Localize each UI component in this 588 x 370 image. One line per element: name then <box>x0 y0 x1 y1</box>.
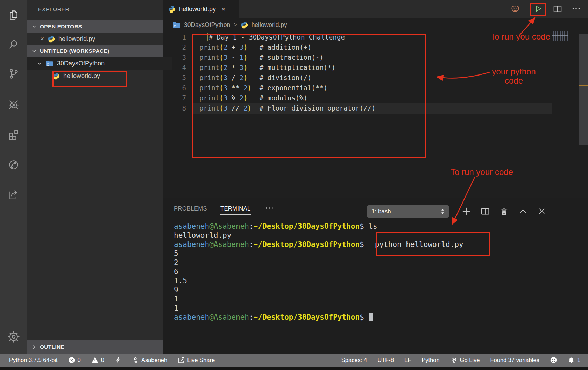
terminal-command: python helloworld.py <box>375 240 463 249</box>
activity-bar <box>0 0 27 354</box>
code-line-3: 3print(3 - 1) # subtraction(-) <box>174 52 375 63</box>
terminal-command: ls <box>364 222 377 230</box>
status-live-share[interactable]: Live Share <box>178 357 215 364</box>
breadcrumb-folder[interactable]: 30DaysOfPython <box>184 21 230 29</box>
share-doc-icon[interactable] <box>7 188 20 201</box>
terminal-output-line: 1 <box>174 304 463 313</box>
line-number: 2 <box>174 42 186 52</box>
editor-tabstrip: helloworld.py × <box>163 0 588 18</box>
sidebar-title: EXPLORER <box>38 6 69 13</box>
status-eol[interactable]: LF <box>404 357 411 363</box>
add-terminal-icon[interactable] <box>461 205 472 217</box>
debug-icon[interactable] <box>7 98 20 111</box>
terminal-output-line: 2 <box>174 258 463 267</box>
annotation-run-top: To run you code <box>490 32 550 41</box>
explorer-sidebar: EXPLORER OPEN EDITORS × helloworld.py UN… <box>27 0 163 354</box>
status-notifications[interactable]: 1 <box>568 357 580 364</box>
folder-item-30daysofpython[interactable]: 30DaysOfPython <box>27 57 172 70</box>
annotation-run-bottom: To run your code <box>451 168 513 177</box>
tab-problems[interactable]: PROBLEMS <box>174 205 207 214</box>
person-icon <box>132 357 139 364</box>
breadcrumb-separator: > <box>234 22 237 28</box>
search-icon[interactable] <box>7 38 20 51</box>
file-item-helloworld[interactable]: helloworld.py <box>27 70 188 82</box>
line-number: 7 <box>174 93 186 103</box>
terminal-prompt-line: asabeneh@Asabeneh:~/Desktop/30DaysOfPyth… <box>174 313 463 322</box>
select-spinner-icon <box>439 208 446 215</box>
status-encoding[interactable]: UTF-8 <box>377 357 394 363</box>
scrollbar-marker <box>579 85 588 86</box>
status-account[interactable]: Asabeneh <box>132 357 167 364</box>
status-python-version[interactable]: Python 3.7.5 64-bit <box>9 357 58 363</box>
split-editor-icon[interactable] <box>552 3 564 15</box>
more-actions-icon[interactable] <box>570 3 582 15</box>
terminal-prompt-line: asabeneh@Asabeneh:~/Desktop/30DaysOfPyth… <box>174 222 463 231</box>
open-editor-item-helloworld[interactable]: × helloworld.py <box>27 33 176 45</box>
panel-actions <box>461 205 547 217</box>
trash-icon[interactable] <box>499 205 509 217</box>
chevron-down-icon <box>37 61 43 66</box>
terminal-output-line: 1.5 <box>174 276 463 285</box>
broadcast-icon <box>450 356 458 364</box>
source-control-icon[interactable] <box>7 67 20 80</box>
status-indentation[interactable]: Spaces: 4 <box>341 357 367 363</box>
chevron-right-icon <box>31 344 37 350</box>
workspace-header[interactable]: UNTITLED (WORKSPACE) <box>27 45 163 57</box>
live-share-icon <box>178 357 185 364</box>
breadcrumb-file[interactable]: helloworld.py <box>252 21 287 29</box>
chevron-down-icon <box>31 48 37 54</box>
terminal-prompt-line: asabeneh@Asabeneh:~/Desktop/30DaysOfPyth… <box>174 240 463 249</box>
bottom-strip <box>0 367 588 370</box>
status-variables-found[interactable]: Found 37 variables <box>490 357 539 363</box>
breadcrumb: 30DaysOfPython > helloworld.py <box>163 18 588 31</box>
bell-icon <box>568 357 575 364</box>
open-editors-header[interactable]: OPEN EDITORS <box>27 20 163 33</box>
python-icon <box>52 72 60 80</box>
editor-scrollbar[interactable] <box>579 34 588 145</box>
status-go-live[interactable]: Go Live <box>450 356 480 364</box>
folder-icon <box>172 21 180 29</box>
terminal-output-line: 1 <box>174 294 463 304</box>
code-line-6: 6print(3 ** 2) # exponential(**) <box>174 83 375 93</box>
status-feedback-smiley[interactable] <box>550 356 557 364</box>
code-line-4: 4print(2 * 3) # multiplication(*) <box>174 63 375 73</box>
code-line-8: 8print(3 // 2) # Floor division operator… <box>174 103 375 113</box>
terminal-output[interactable]: asabeneh@Asabeneh:~/Desktop/30DaysOfPyth… <box>174 222 463 322</box>
status-language-mode[interactable]: Python <box>421 357 439 363</box>
line-number: 8 <box>174 103 186 113</box>
folder-icon <box>45 60 54 67</box>
tab-helloworld[interactable]: helloworld.py × <box>163 0 239 18</box>
ellipsis-icon[interactable] <box>264 203 275 215</box>
vscode-window: EXPLORER OPEN EDITORS × helloworld.py UN… <box>0 0 588 370</box>
settings-gear-icon[interactable] <box>7 330 20 343</box>
error-icon <box>68 357 75 364</box>
line-number: 5 <box>174 73 186 83</box>
python-icon <box>241 21 248 29</box>
bolt-icon <box>115 357 121 363</box>
outline-header[interactable]: OUTLINE <box>27 340 163 354</box>
status-bar: Python 3.7.5 64-bit00AsabenehLive Share … <box>0 354 588 367</box>
line-number: 3 <box>174 52 186 63</box>
collapse-panel-icon[interactable] <box>518 205 528 217</box>
tab-terminal[interactable]: TERMINAL <box>220 205 251 215</box>
close-panel-icon[interactable] <box>537 205 547 217</box>
terminal-output-line: helloworld.py <box>174 231 463 240</box>
git-graph-icon[interactable] <box>7 158 20 171</box>
close-icon[interactable]: × <box>40 35 44 43</box>
terminal-output-line: 6 <box>174 267 463 276</box>
run-button[interactable] <box>530 3 546 16</box>
status-warnings[interactable]: 0 <box>91 356 104 364</box>
explorer-icon[interactable] <box>7 8 20 22</box>
shell-selector[interactable]: 1: bash <box>367 205 449 218</box>
extensions-icon[interactable] <box>7 128 20 141</box>
cat-icon[interactable] <box>509 3 521 15</box>
split-terminal-icon[interactable] <box>480 205 490 217</box>
panel-tabs: PROBLEMS TERMINAL <box>174 205 275 215</box>
status-errors[interactable]: 0 <box>68 357 81 364</box>
annotation-your-python-code: your python code <box>489 67 539 85</box>
close-tab-icon[interactable]: × <box>221 5 226 13</box>
code-editor[interactable]: 1 # Day 1 - 30DaysOfPython Challenge2pri… <box>174 32 375 113</box>
line-number: 1 <box>174 32 186 42</box>
status-feedback-bolt[interactable] <box>115 357 121 363</box>
terminal-output-line: 5 <box>174 249 463 258</box>
